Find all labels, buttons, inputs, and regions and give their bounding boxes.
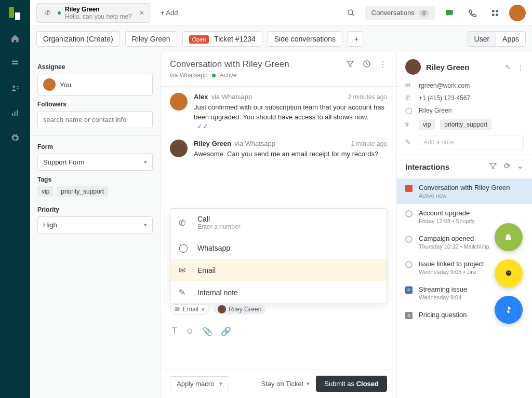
- text-format-icon[interactable]: T: [172, 326, 177, 336]
- svg-rect-11: [492, 10, 495, 12]
- tab-user-panel[interactable]: User: [468, 31, 497, 47]
- macro-select[interactable]: Apply macro ▾: [170, 376, 229, 391]
- conversation-via: via Whatsapp: [170, 72, 208, 79]
- channel-selector[interactable]: ✉ Email ▾: [170, 304, 209, 314]
- stay-on-ticket-select[interactable]: Stay on Ticket ▾: [261, 380, 310, 388]
- customer-header: Riley Green ✎ ⋮: [397, 52, 532, 82]
- followers-field[interactable]: [37, 111, 153, 128]
- channel-option-email[interactable]: ✉ Email: [170, 259, 387, 281]
- priority-label: Priority: [37, 206, 153, 213]
- svg-rect-12: [496, 10, 499, 12]
- msg-text: Just confirmed with our subscription tea…: [194, 103, 387, 122]
- svg-rect-14: [496, 13, 499, 16]
- filter-icon[interactable]: [345, 59, 355, 71]
- conversations-button[interactable]: Conversations 0: [365, 6, 435, 20]
- shopify-fab[interactable]: [495, 223, 523, 251]
- chat-icon[interactable]: [441, 4, 458, 22]
- history-icon[interactable]: [362, 59, 371, 71]
- msg-time: 1 minute ago: [351, 140, 387, 147]
- chevron-down-icon: ▾: [144, 159, 147, 166]
- app-logo: [9, 7, 21, 20]
- priority-select[interactable]: High ▾: [37, 216, 153, 234]
- channel-menu: ✆ CallEnter a number ◯ Whatsapp ✉ Email: [170, 208, 387, 304]
- interactions-header: Interactions ⟳ ⌄: [397, 155, 532, 179]
- email-icon: ✉: [175, 306, 180, 313]
- customer-phone-row: ✆+1 (415) 123-4567: [405, 94, 524, 102]
- tab-side-conversations[interactable]: Side conversations: [268, 31, 342, 47]
- customer-avatar: [405, 59, 421, 75]
- tabbar: Organization (Create) Riley Green Open T…: [30, 26, 532, 52]
- phone-icon: ✆: [179, 218, 190, 228]
- assignee-label: Assignee: [37, 63, 153, 71]
- phone-icon: ✆: [405, 94, 414, 102]
- status-icon: [405, 185, 413, 192]
- phone-icon[interactable]: [463, 4, 481, 22]
- search-icon[interactable]: [342, 4, 360, 22]
- channel-option-whatsapp[interactable]: ◯ Whatsapp: [170, 237, 387, 259]
- close-icon[interactable]: ✕: [139, 9, 144, 17]
- compose-bar: ✉ Email ▾ Riley Green: [170, 304, 387, 314]
- nav-views-icon[interactable]: [9, 57, 21, 70]
- edit-icon[interactable]: ✎: [505, 63, 511, 71]
- add-tab-button[interactable]: + Add: [155, 6, 183, 20]
- svg-rect-10: [446, 10, 453, 15]
- interaction-item[interactable]: Conversation with Riley GreenActive now: [397, 179, 532, 204]
- customer-note-row[interactable]: ✎ Add a note: [405, 135, 524, 149]
- note-input[interactable]: Add a note: [419, 135, 524, 149]
- apps-grid-icon[interactable]: [486, 4, 504, 22]
- filter-icon[interactable]: [488, 161, 498, 172]
- note-icon: ✎: [179, 287, 190, 297]
- assignee-field[interactable]: You: [37, 74, 153, 95]
- tag[interactable]: priority_support: [57, 186, 108, 197]
- customer-tags-row: # vip priority_support: [405, 119, 524, 130]
- mailchimp-fab[interactable]: [495, 259, 523, 287]
- tags-row: vip priority_support: [37, 186, 153, 197]
- msg-text: Awesome. Can you send me an email receip…: [194, 149, 387, 159]
- avatar: [218, 305, 226, 313]
- message-area: Alex via Whatsapp 2 minutes ago Just con…: [161, 87, 396, 369]
- add-side-button[interactable]: +: [348, 31, 363, 47]
- tab-apps-panel[interactable]: Apps: [496, 31, 526, 47]
- attachment-icon[interactable]: 📎: [202, 326, 212, 336]
- channel-option-call[interactable]: ✆ CallEnter a number: [170, 209, 387, 237]
- link-icon[interactable]: 🔗: [221, 326, 231, 336]
- emoji-icon[interactable]: ☺: [185, 326, 194, 336]
- nav-home-icon[interactable]: [9, 32, 21, 45]
- channel-option-note[interactable]: ✎ Internal note: [170, 281, 387, 304]
- followers-input[interactable]: [43, 116, 147, 123]
- nav-customers-icon[interactable]: [9, 82, 21, 94]
- more-icon[interactable]: ⋮: [517, 63, 524, 71]
- followers-label: Followers: [37, 101, 153, 108]
- tab-ticket[interactable]: Open Ticket #1234: [182, 31, 262, 47]
- conversations-count: 0: [419, 9, 429, 17]
- svg-rect-1: [12, 63, 18, 64]
- svg-point-16: [506, 270, 512, 276]
- tag[interactable]: vip: [37, 186, 54, 197]
- avatar: [170, 140, 188, 157]
- conversation-pane: Conversation with Riley Green via Whatsa…: [160, 52, 397, 398]
- jira-fab[interactable]: [495, 296, 523, 324]
- chevron-down-icon[interactable]: ⌄: [517, 161, 524, 172]
- more-icon[interactable]: ⋮: [379, 59, 387, 71]
- svg-rect-6: [15, 112, 16, 116]
- tab-user[interactable]: Riley Green: [125, 31, 177, 47]
- form-select[interactable]: Support Form ▾: [37, 154, 153, 171]
- msg-via: via Whatsapp: [211, 93, 252, 101]
- refresh-icon[interactable]: ⟳: [504, 161, 511, 172]
- chevron-down-icon: ▾: [144, 222, 147, 228]
- status-icon: [405, 236, 413, 243]
- status-icon: [405, 210, 413, 217]
- whatsapp-icon: ◯: [179, 243, 190, 253]
- msg-time: 2 minutes ago: [348, 93, 387, 101]
- user-avatar[interactable]: [509, 5, 526, 21]
- message: Alex via Whatsapp 2 minutes ago Just con…: [170, 93, 387, 130]
- tag-icon: #: [405, 121, 414, 128]
- svg-point-18: [509, 272, 510, 273]
- tab-organization[interactable]: Organization (Create): [36, 31, 120, 47]
- submit-button[interactable]: Submit as Closed: [316, 376, 387, 392]
- nav-reports-icon[interactable]: [9, 107, 21, 119]
- open-badge: Open: [189, 35, 209, 44]
- recipient-chip[interactable]: Riley Green: [214, 304, 265, 314]
- nav-settings-icon[interactable]: [9, 132, 21, 144]
- active-ticket-tab[interactable]: ✆ Riley Green Hello, can you help me? ✕: [36, 3, 150, 23]
